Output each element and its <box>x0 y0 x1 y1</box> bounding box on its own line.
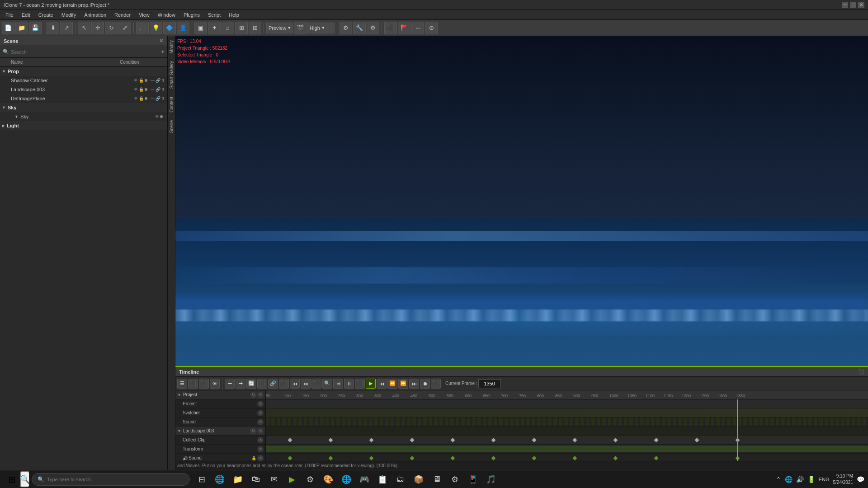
tool5-button[interactable]: 🚩 <box>398 22 410 34</box>
tl-next-btn[interactable]: ➡ <box>236 379 245 389</box>
tl-fit-btn[interactable]: ⬛ <box>355 379 365 389</box>
menu-create[interactable]: Create <box>35 11 57 19</box>
tool7-button[interactable]: ⊙ <box>425 22 438 34</box>
scene-search-input[interactable] <box>11 49 160 55</box>
landscape-loop-icon[interactable]: ↻ <box>250 428 256 434</box>
eye-icon-4[interactable]: 👁 <box>155 114 159 119</box>
taskbar-app6[interactable]: 📋 <box>374 471 391 488</box>
taskbar-app2[interactable]: ⚙ <box>302 471 318 488</box>
track-landscape-group[interactable]: ▼ Landscape.003 ↻ ✕ <box>175 427 265 436</box>
scene-item-shadow-catcher[interactable]: Shadow Catcher 👁 🔒 · — 🔗 ⬆ <box>0 76 167 85</box>
menu-plugins[interactable]: Plugins <box>180 11 203 19</box>
menu-file[interactable]: File <box>2 11 17 19</box>
tl-play-btn[interactable]: ▶ <box>366 379 376 389</box>
taskbar-explorer[interactable]: 📁 <box>230 471 246 488</box>
taskbar-app4[interactable]: 🌐 <box>338 471 354 488</box>
close-button[interactable]: ✕ <box>858 2 864 8</box>
tl-skip-end-btn[interactable]: ⏭ <box>301 379 311 389</box>
menu-window[interactable]: Window <box>154 11 179 19</box>
maximize-button[interactable]: □ <box>850 2 856 8</box>
track-collect-clip[interactable]: Collect Clip ✕ <box>175 436 265 445</box>
link-icon2[interactable]: 🔗 <box>156 87 160 92</box>
select-button[interactable]: ↖ <box>78 22 90 34</box>
tl-clip-btn[interactable]: ⬛ <box>431 379 441 389</box>
menu-animation[interactable]: Animation <box>80 11 110 19</box>
render-view-button[interactable]: ▣ <box>194 22 207 34</box>
character-button[interactable]: 👤 <box>177 22 189 34</box>
language-indicator[interactable]: ENG <box>819 477 830 482</box>
tl-delete-btn[interactable]: ⬛ <box>199 379 209 389</box>
export-button[interactable]: ↗ <box>60 22 73 34</box>
menu-script[interactable]: Script <box>204 11 224 19</box>
preview-dropdown[interactable]: Preview ▾ <box>266 23 293 33</box>
arrow-icon3[interactable]: ⬆ <box>161 96 165 101</box>
tool3-button[interactable]: ⚙ <box>367 22 379 34</box>
link-icon3[interactable]: 🔗 <box>156 96 160 101</box>
lock-icon-3[interactable]: 🔒 <box>139 96 144 101</box>
video-camera-button[interactable]: 🎬 <box>294 22 307 34</box>
taskbar-app11[interactable]: 📱 <box>465 471 481 488</box>
arrow-icon2[interactable]: ⬆ <box>161 87 165 92</box>
home-button[interactable]: ⌂ <box>222 22 234 34</box>
new-button[interactable]: 📄 <box>2 22 14 34</box>
taskbar-search-bar[interactable]: 🔍 <box>32 473 190 486</box>
transform-close[interactable]: ✕ <box>257 446 264 452</box>
tl-wave-btn[interactable]: ⬛ <box>257 379 267 389</box>
tool1-button[interactable]: ⚙ <box>340 22 352 34</box>
project-close-icon[interactable]: ✕ <box>257 392 264 398</box>
tl-link-btn[interactable]: 🔗 <box>268 379 278 389</box>
taskbar-store[interactable]: 🛍 <box>248 471 264 488</box>
timeline-tracks-area[interactable]: ||||||||||||||||||||||||||||||||||||||||… <box>266 399 868 461</box>
taskbar-mail[interactable]: ✉ <box>266 471 282 488</box>
scene-item-landscape003[interactable]: Landscape.003 👁 🔒 · — 🔗 ⬆ <box>0 85 167 94</box>
sound1-close[interactable]: ✕ <box>257 419 264 425</box>
track-project-child[interactable]: Project ✕ <box>175 399 265 408</box>
playhead[interactable] <box>737 399 738 461</box>
scene-filter-icon[interactable]: ▾ <box>161 49 164 55</box>
menu-help[interactable]: Help <box>225 11 243 19</box>
menu-render[interactable]: Render <box>111 11 134 19</box>
tool4-button[interactable]: ⬛ <box>384 22 397 34</box>
tl-skip-start-btn[interactable]: ⏮ <box>290 379 300 389</box>
taskbar-app9[interactable]: 🖥 <box>429 471 445 488</box>
tool6-button[interactable]: ↔ <box>411 22 424 34</box>
tab-modify[interactable]: Modify <box>168 36 175 57</box>
taskbar-app10[interactable]: ⚙ <box>447 471 463 488</box>
taskbar-app5[interactable]: 🎮 <box>356 471 373 488</box>
track-sound-2[interactable]: 🔊 Sound 🔒 ✕ <box>175 454 265 461</box>
eye-icon-3[interactable]: 👁 <box>134 96 138 101</box>
volume-icon[interactable]: 🔊 <box>796 476 804 483</box>
tl-unlink-btn[interactable]: ⬛ <box>279 379 289 389</box>
fit-button[interactable]: ⊞ <box>235 22 248 34</box>
current-frame-input[interactable] <box>478 379 501 388</box>
tab-scene[interactable]: Scene <box>168 116 175 136</box>
project-child-close[interactable]: ✕ <box>257 401 264 407</box>
taskbar-search-btn[interactable]: 🔍 <box>20 471 30 488</box>
arrow-icon1[interactable]: ⬆ <box>161 78 165 83</box>
quality-dropdown[interactable]: High ▾ <box>307 23 335 33</box>
landscape-close-icon[interactable]: ✕ <box>257 428 264 434</box>
track-transform[interactable]: Transform ✕ <box>175 445 265 454</box>
scene-group-prop[interactable]: ▼ Prop <box>0 67 167 76</box>
timeline-ruler[interactable]: 50 100 150 200 250 300 350 400 450 500 5… <box>266 390 868 399</box>
scene-item-sky[interactable]: ▼ Sky 👁 · <box>0 112 167 121</box>
tl-step-fwd-btn[interactable]: ⏭ <box>409 379 419 389</box>
lock-icon[interactable]: 🔒 <box>139 78 144 83</box>
rotate-button[interactable]: ↻ <box>105 22 118 34</box>
scene-item-defimagePlane[interactable]: DefImagePlane 👁 🔒 · — 🔗 ⬆ <box>0 94 167 103</box>
sound2-close[interactable]: ✕ <box>257 455 264 461</box>
taskbar-search-input[interactable] <box>47 477 184 482</box>
tl-zoom-in-btn[interactable]: 🔍 <box>322 379 332 389</box>
track-project-group[interactable]: ▼ Project ↻ ✕ <box>175 390 265 399</box>
tl-record-btn[interactable]: ⏺ <box>420 379 430 389</box>
eye-icon-2[interactable]: 👁 <box>134 87 138 92</box>
tl-tracks-btn[interactable]: ☰ <box>177 379 187 389</box>
tl-add-btn[interactable]: ⬛ <box>188 379 198 389</box>
prop-button[interactable]: 🔷 <box>163 22 176 34</box>
tl-fast-fwd-btn[interactable]: ⏩ <box>398 379 408 389</box>
tl-loop-btn[interactable]: 🔄 <box>246 379 256 389</box>
taskbar-iclone[interactable]: ▶ <box>284 471 300 488</box>
menu-edit[interactable]: Edit <box>18 11 34 19</box>
notification-icon[interactable]: 💬 <box>857 476 864 483</box>
scene-group-sky[interactable]: ▼ Sky <box>0 103 167 112</box>
